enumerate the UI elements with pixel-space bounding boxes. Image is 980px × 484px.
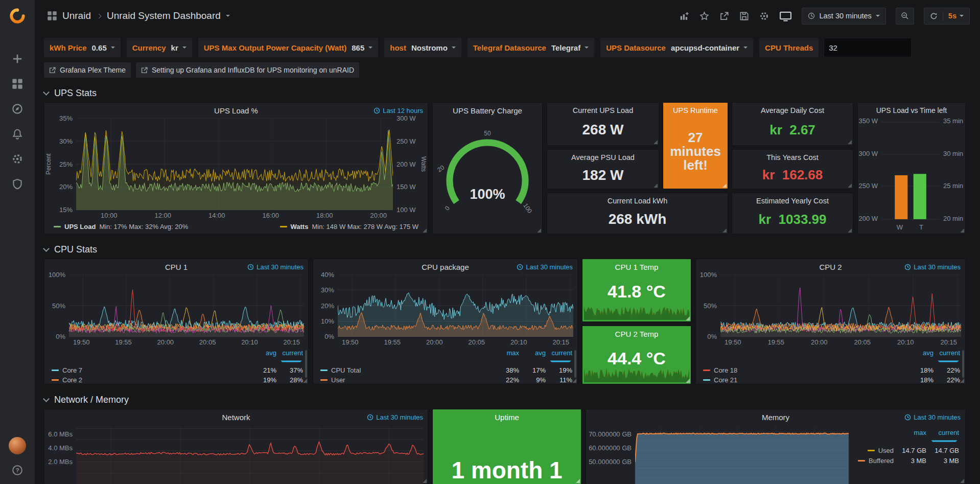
legend-sort-current[interactable]: current bbox=[546, 349, 572, 364]
legend-item[interactable]: Watts Min: 148 W Max: 278 W Avg: 175 W bbox=[280, 223, 418, 231]
chevron-down-icon bbox=[585, 47, 589, 49]
panel-title[interactable]: Memory bbox=[762, 413, 789, 422]
star-icon[interactable] bbox=[699, 11, 709, 21]
legend-series-toggle[interactable]: CPU Total bbox=[320, 366, 493, 374]
legend-series-toggle[interactable]: Buffered bbox=[849, 457, 894, 465]
legend-table: max avg current CPU Total 38% 17% 19% bbox=[313, 346, 577, 384]
graph-area[interactable] bbox=[76, 118, 393, 210]
legend-value: 22% bbox=[493, 376, 519, 384]
panel-title[interactable]: Network bbox=[222, 413, 250, 422]
dashboards-grid-icon[interactable] bbox=[12, 78, 23, 89]
configuration-gear-icon[interactable] bbox=[12, 153, 23, 165]
share-icon[interactable] bbox=[719, 11, 729, 21]
legend-row: CPU Total 38% 17% 19% bbox=[320, 366, 572, 374]
variable-label: host bbox=[390, 43, 406, 52]
legend-sort-current[interactable]: current bbox=[934, 349, 960, 364]
panel-title[interactable]: UPS Runtime bbox=[663, 106, 728, 114]
create-plus-icon[interactable] bbox=[12, 53, 23, 64]
server-admin-shield-icon[interactable] bbox=[12, 178, 23, 190]
variable-value-dropdown[interactable]: 0.65 bbox=[92, 43, 115, 52]
panel-title[interactable]: Current Load kWh bbox=[547, 197, 728, 205]
cycle-view-monitor-icon[interactable] bbox=[779, 9, 792, 22]
legend-value: 28% bbox=[276, 376, 303, 384]
graph-area[interactable] bbox=[338, 274, 573, 337]
panel-ups-battery-charge: UPS Battery Charge 02050100 100% bbox=[432, 102, 543, 234]
save-icon[interactable] bbox=[739, 11, 749, 21]
panel-title[interactable]: Average Daily Cost bbox=[732, 106, 853, 114]
legend-scrollbar[interactable] bbox=[962, 350, 964, 378]
panel-title[interactable]: Uptime bbox=[495, 413, 519, 422]
row-header-network-memory[interactable]: Network / Memory bbox=[44, 390, 966, 409]
bar-chart-area[interactable] bbox=[881, 118, 940, 222]
legend-series-toggle[interactable]: Core 2 bbox=[52, 376, 250, 384]
legend-sort-avg[interactable]: avg bbox=[250, 349, 276, 364]
gauge: 02050100 100% bbox=[433, 120, 542, 234]
alerting-bell-icon[interactable] bbox=[12, 128, 23, 140]
legend-header: max current bbox=[849, 429, 959, 444]
chevron-down-icon[interactable] bbox=[226, 15, 230, 17]
clock-icon bbox=[517, 264, 523, 270]
legend-sort-avg[interactable]: avg bbox=[907, 349, 934, 364]
legend-sort-current[interactable]: current bbox=[926, 429, 959, 444]
panel-title[interactable]: Estimated Yearly Cost bbox=[732, 197, 853, 205]
graph-area[interactable] bbox=[76, 427, 424, 484]
link-ups-monitoring-guide[interactable]: Setting up Grafana and InfluxDB for UPS … bbox=[136, 62, 359, 78]
legend-table: avg current Core 7 21% 37% Core 2 19% bbox=[44, 346, 308, 384]
external-link-icon bbox=[49, 67, 56, 74]
legend-value: 14.7 GB bbox=[926, 447, 959, 454]
grafana-flame-icon bbox=[8, 7, 27, 26]
legend-value: 37% bbox=[276, 366, 303, 374]
panel-title[interactable]: UPS Battery Charge bbox=[453, 106, 522, 115]
legend-series-toggle[interactable]: Used bbox=[849, 447, 894, 454]
panel-time-override: Last 30 minutes bbox=[247, 263, 304, 271]
legend-scrollbar[interactable] bbox=[305, 350, 307, 378]
grafana-app: ? Unraid Unraid System Dashboard bbox=[0, 0, 980, 484]
panel-title[interactable]: CPU package bbox=[422, 263, 469, 271]
legend-series-toggle[interactable]: Core 21 bbox=[703, 376, 907, 384]
row-header-cpu-stats[interactable]: CPU Stats bbox=[44, 240, 966, 259]
panel-title[interactable]: Average PSU Load bbox=[547, 153, 659, 162]
cpu-threads-input[interactable] bbox=[824, 38, 912, 57]
link-grafana-plex-theme[interactable]: Grafana Plex Theme bbox=[44, 62, 131, 78]
panel-title[interactable]: UPS Load vs Time left bbox=[876, 106, 947, 114]
user-avatar[interactable] bbox=[9, 437, 26, 454]
legend-series-toggle[interactable]: User bbox=[320, 376, 493, 384]
variable-value-dropdown[interactable]: 865 bbox=[352, 43, 372, 52]
variable-value-dropdown[interactable]: apcupsd-container bbox=[671, 43, 748, 52]
panel-title[interactable]: This Years Cost bbox=[732, 153, 853, 162]
variable-value-dropdown[interactable]: kr bbox=[171, 43, 186, 52]
panel-title[interactable]: CPU 2 bbox=[819, 263, 842, 271]
legend-sort-avg[interactable]: avg bbox=[519, 349, 546, 364]
panel-title[interactable]: CPU 1 bbox=[165, 263, 188, 271]
panel-title[interactable]: Current UPS Load bbox=[547, 106, 659, 114]
legend-sort-current[interactable]: current bbox=[276, 349, 303, 364]
dashboard-title[interactable]: Unraid System Dashboard bbox=[107, 10, 221, 21]
help-icon[interactable]: ? bbox=[12, 465, 23, 476]
zoom-out-button[interactable] bbox=[896, 8, 914, 25]
chevron-down-icon bbox=[743, 47, 748, 49]
legend-sort-max[interactable]: max bbox=[894, 429, 926, 444]
graph-area[interactable] bbox=[69, 274, 304, 337]
variable-value-dropdown[interactable]: Telegraf bbox=[551, 43, 589, 52]
ups-stat-grid: Current UPS Load 268 W Average PSU Load … bbox=[547, 102, 853, 234]
legend-series-toggle[interactable]: Core 18 bbox=[703, 366, 907, 374]
panel-title[interactable]: UPS Load % bbox=[214, 106, 258, 115]
graph-area[interactable] bbox=[635, 427, 849, 484]
legend-sort-max[interactable]: max bbox=[493, 349, 519, 364]
graph-area[interactable] bbox=[720, 274, 961, 337]
settings-gear-icon[interactable] bbox=[759, 11, 769, 21]
explore-compass-icon[interactable] bbox=[12, 103, 23, 114]
refresh-button[interactable]: 5s bbox=[924, 8, 970, 25]
legend-value: 11% bbox=[546, 376, 572, 384]
row-header-ups-stats[interactable]: UPS Stats bbox=[44, 84, 966, 102]
panel-title[interactable]: CPU 2 Temp bbox=[615, 330, 659, 338]
variable-value-dropdown[interactable]: Nostromo bbox=[411, 43, 456, 52]
legend-scrollbar[interactable] bbox=[574, 350, 576, 378]
add-panel-icon[interactable] bbox=[679, 11, 689, 21]
grafana-logo[interactable] bbox=[0, 0, 35, 33]
time-picker-button[interactable]: Last 30 minutes bbox=[802, 8, 885, 25]
legend-item[interactable]: UPS Load Min: 17% Max: 32% Avg: 20% bbox=[54, 223, 188, 231]
breadcrumb-root[interactable]: Unraid bbox=[62, 10, 91, 21]
legend-series-toggle[interactable]: Core 7 bbox=[52, 366, 250, 374]
panel-title[interactable]: CPU 1 Temp bbox=[615, 263, 659, 271]
